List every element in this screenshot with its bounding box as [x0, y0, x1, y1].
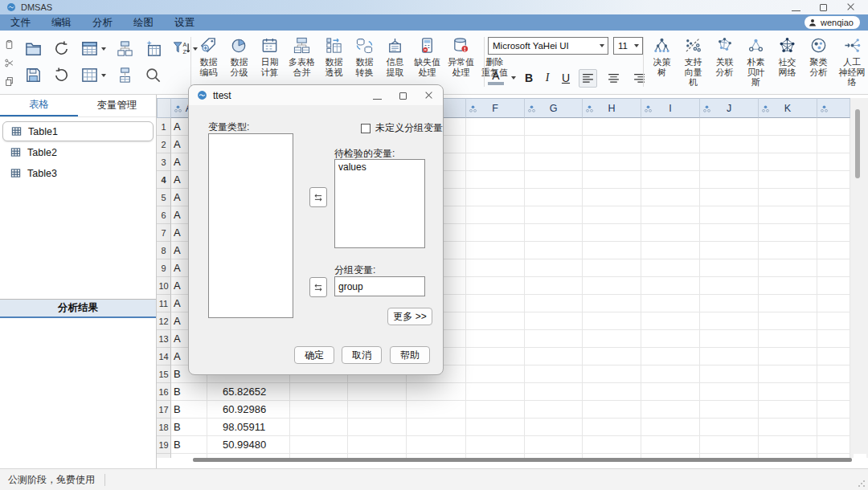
- cell[interactable]: [466, 401, 525, 419]
- cell[interactable]: [759, 136, 817, 153]
- cell[interactable]: [583, 189, 641, 206]
- cell[interactable]: [466, 419, 525, 436]
- cell[interactable]: [817, 295, 850, 312]
- cell[interactable]: [641, 259, 700, 277]
- row-header[interactable]: 9: [157, 259, 171, 277]
- dialog-maximize-button[interactable]: [399, 88, 407, 103]
- cell[interactable]: [407, 419, 466, 436]
- row-header[interactable]: 7: [157, 224, 171, 242]
- dialog-minimize-button[interactable]: [373, 88, 382, 103]
- clustering-button[interactable]: 聚类分析: [805, 36, 833, 88]
- cell[interactable]: [700, 136, 759, 153]
- cell[interactable]: [700, 277, 759, 295]
- cell[interactable]: [641, 118, 700, 136]
- cell[interactable]: [759, 348, 817, 365]
- cell[interactable]: [583, 383, 641, 401]
- cell[interactable]: [759, 171, 817, 189]
- cell[interactable]: [583, 171, 641, 189]
- sidebar-table-item[interactable]: Table1: [2, 121, 154, 141]
- help-button[interactable]: 帮助: [390, 346, 430, 364]
- resize-grip-icon[interactable]: [858, 480, 866, 488]
- cell[interactable]: [583, 330, 641, 348]
- cell[interactable]: [525, 312, 583, 330]
- cell[interactable]: [817, 365, 850, 383]
- row-header[interactable]: 12: [157, 312, 171, 330]
- cell[interactable]: [700, 242, 759, 259]
- cell[interactable]: [641, 189, 700, 206]
- cell[interactable]: [759, 436, 817, 454]
- cell[interactable]: [525, 383, 583, 401]
- cell[interactable]: [641, 206, 700, 224]
- sheet-corner[interactable]: [157, 98, 171, 118]
- cell[interactable]: [759, 224, 817, 242]
- cell[interactable]: [700, 171, 759, 189]
- cell[interactable]: [466, 277, 525, 295]
- cell[interactable]: [583, 206, 641, 224]
- cell[interactable]: [525, 401, 583, 419]
- cell[interactable]: [817, 206, 850, 224]
- move-group-var-button[interactable]: [309, 277, 327, 297]
- pivot-button[interactable]: 数据透视: [320, 36, 348, 77]
- font-family-caret[interactable]: [596, 38, 608, 54]
- move-test-vars-button[interactable]: [309, 187, 327, 207]
- cell[interactable]: [641, 365, 700, 383]
- clipboard-button[interactable]: [4, 39, 14, 50]
- sidebar-table-item[interactable]: Table3: [2, 163, 154, 183]
- menu-item[interactable]: 编辑: [41, 14, 82, 31]
- cell[interactable]: [583, 419, 641, 436]
- group-var-input[interactable]: [334, 276, 425, 296]
- var-type-listbox[interactable]: [208, 133, 293, 318]
- align-left-button[interactable]: [579, 69, 597, 88]
- cell[interactable]: [525, 136, 583, 153]
- cell[interactable]: [817, 224, 850, 242]
- cell[interactable]: [817, 330, 850, 348]
- menu-item[interactable]: 绘图: [123, 14, 164, 31]
- transform-button[interactable]: 数据转换: [350, 36, 379, 77]
- row-header[interactable]: 2: [157, 136, 171, 153]
- cell[interactable]: [466, 242, 525, 259]
- column-header[interactable]: J: [700, 98, 759, 118]
- row-header[interactable]: 17: [157, 401, 171, 419]
- cell[interactable]: [817, 242, 850, 259]
- cell[interactable]: [525, 189, 583, 206]
- new-table-button[interactable]: [144, 39, 162, 58]
- cell[interactable]: [466, 312, 525, 330]
- cell[interactable]: [583, 295, 641, 312]
- cell[interactable]: [700, 259, 759, 277]
- save-button[interactable]: [24, 66, 43, 84]
- cell[interactable]: 50.99480: [207, 436, 290, 454]
- cell[interactable]: [583, 436, 641, 454]
- cell[interactable]: [700, 118, 759, 136]
- social-network-button[interactable]: 社交网络: [773, 36, 801, 88]
- cell[interactable]: [817, 436, 850, 454]
- cell[interactable]: [700, 189, 759, 206]
- maximize-button[interactable]: [820, 0, 827, 14]
- cell[interactable]: [466, 189, 525, 206]
- dialog-titlebar[interactable]: ttest: [189, 85, 443, 106]
- cell[interactable]: [466, 153, 525, 171]
- cell[interactable]: [583, 136, 641, 153]
- data-binning-button[interactable]: 数据分级: [225, 36, 253, 77]
- cell[interactable]: [583, 312, 641, 330]
- cell[interactable]: [817, 383, 850, 401]
- horizontal-scrollbar-thumb[interactable]: [193, 458, 852, 462]
- cell[interactable]: [641, 224, 700, 242]
- cell[interactable]: [583, 348, 641, 365]
- cell[interactable]: [641, 348, 700, 365]
- cell[interactable]: [525, 206, 583, 224]
- cell[interactable]: [466, 118, 525, 136]
- cell[interactable]: [525, 224, 583, 242]
- cell[interactable]: [525, 153, 583, 171]
- row-header[interactable]: 10: [157, 277, 171, 295]
- font-color-button[interactable]: A: [488, 71, 504, 85]
- cell[interactable]: [466, 171, 525, 189]
- cell[interactable]: [817, 171, 850, 189]
- svm-button[interactable]: 支持向量机: [679, 36, 707, 88]
- cell[interactable]: [525, 277, 583, 295]
- font-size-select[interactable]: 11: [613, 37, 643, 55]
- cell[interactable]: [700, 436, 759, 454]
- column-header[interactable]: K: [759, 98, 817, 118]
- list-item[interactable]: values: [335, 160, 424, 174]
- chevron-down-icon[interactable]: [101, 47, 106, 51]
- cell[interactable]: [348, 383, 407, 401]
